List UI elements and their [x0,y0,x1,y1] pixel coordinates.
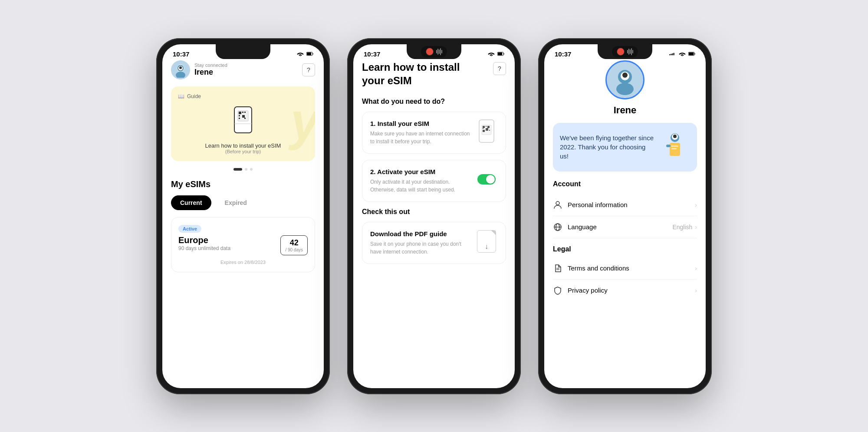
svg-rect-19 [503,53,504,54]
menu-left-terms: Terms and conditions [553,264,629,273]
wifi-icon [297,51,304,56]
header-text-1: Stay connected Irene [194,63,302,77]
esim-card[interactable]: Active Europe 90 days unlimited data 42 … [171,217,315,272]
menu-right-terms: › [695,265,697,272]
tab-current[interactable]: Current [171,195,211,210]
di-avatar-3 [617,48,625,56]
menu-right-privacy: › [695,287,697,294]
svg-rect-32 [672,53,673,55]
pdf-title: Download the PDF guide [370,230,470,237]
svg-rect-29 [489,130,490,131]
profile-avatar [605,60,644,99]
svg-point-4 [176,72,185,78]
shield-icon [553,286,562,295]
pdf-card[interactable]: Download the PDF guide Save it on your p… [362,222,506,264]
check-out-label: Check this out [362,208,506,216]
svg-rect-2 [312,53,313,54]
svg-rect-35 [689,53,694,55]
menu-left-privacy: Privacy policy [553,286,608,295]
menu-item-language[interactable]: Language English › [553,216,697,238]
step-desc-2: Only activate it at your destination. Ot… [370,178,470,194]
phone-1: 10:37 [156,38,330,394]
pdf-icon-wrap: ↓ [475,230,498,253]
guide-card[interactable]: 📖 Guide y [171,86,315,161]
person-reading-icon [662,130,688,165]
profile-name: Irene [553,105,697,116]
svg-point-6 [179,66,182,69]
pdf-desc: Save it on your phone in case you don't … [370,240,470,256]
profile-content: Irene We've been flying together since 2… [544,60,706,383]
menu-left-personal: Personal information [553,200,628,210]
di-wave [436,48,442,55]
phone-2-inner: 10:37 Learn how to install your eSIM ? W… [353,44,515,388]
notch-3 [598,44,652,59]
dot-1 [233,168,242,171]
tab-bar-1: Current Expired [171,195,315,210]
step-card-1: 1. Install your eSIM Make sure you have … [362,112,506,154]
welcome-illustration [660,130,690,165]
menu-item-terms[interactable]: Terms and conditions › [553,257,697,280]
di-wave-3 [627,48,633,55]
welcome-card: We've been flying together since 2022. T… [553,123,697,171]
svg-rect-33 [674,53,674,55]
esim-desc: 90 days unlimited data [178,245,230,251]
step-title-2: 2. Activate your eSIM [370,168,470,175]
di-avatar [426,48,434,56]
dot-2 [245,168,247,171]
days-used: 42 [285,238,303,247]
language-value: English [672,224,692,231]
step-text-2: 2. Activate your eSIM Only activate it a… [370,168,470,194]
pdf-icon: ↓ [477,230,496,253]
account-section-title: Account [553,180,697,188]
welcome-message: We've been flying together since 2022. T… [560,133,655,161]
svg-rect-10 [242,112,243,113]
svg-rect-30 [669,54,670,55]
phone-1-content: Stay connected Irene ? 📖 Guide y [162,60,324,383]
total-days: / 90 days [285,247,303,252]
dynamic-island-3 [612,46,638,57]
svg-rect-31 [671,54,671,55]
time-2: 10:37 [364,50,380,58]
profile-avatar-wrap [553,60,697,99]
globe-svg [553,223,562,231]
menu-item-personal[interactable]: Personal information › [553,194,697,216]
download-arrow-icon: ↓ [485,243,488,251]
signal-icon-3 [669,51,676,56]
privacy-label: Privacy policy [568,287,608,294]
person-svg [553,201,562,209]
help-button-2[interactable]: ? [493,62,506,75]
wifi-icon-3 [679,51,686,56]
legal-section-title: Legal [553,245,697,253]
svg-rect-24 [487,126,490,128]
header-subtitle-1: Stay connected [194,63,302,68]
toggle-switch[interactable] [477,174,496,185]
phone-1-inner: 10:37 [162,44,324,388]
what-todo: What do you need to do? [362,98,506,106]
step-card-2: 2. Activate your eSIM Only activate it a… [362,160,506,202]
help-button-1[interactable]: ? [302,63,315,76]
step-icon-2 [475,168,498,191]
svg-rect-22 [483,126,485,128]
svg-point-38 [616,83,634,95]
avatar-face-1 [173,62,188,78]
terms-label: Terms and conditions [568,264,629,272]
chevron-language: › [695,224,697,231]
guide-label: 📖 Guide [178,93,308,99]
chevron-terms: › [695,265,697,272]
svg-rect-11 [244,112,246,113]
personal-info-label: Personal information [568,201,628,208]
time-1: 10:37 [173,50,189,58]
svg-rect-14 [239,118,240,119]
svg-rect-27 [483,130,485,132]
tab-expired[interactable]: Expired [216,195,256,210]
menu-item-privacy[interactable]: Privacy policy › [553,280,697,301]
install-header: Learn how to install your eSIM ? [362,60,506,89]
svg-rect-12 [239,115,240,116]
toggle-knob [486,175,495,184]
guide-subtitle: (Before your trip) [225,149,261,154]
document-icon [553,264,562,273]
battery-icon-2 [497,51,504,56]
guide-title: Learn how to install your eSIM [205,142,281,149]
guide-content: Learn how to install your eSIM (Before y… [178,105,308,154]
phones-container: 10:37 [156,38,712,394]
